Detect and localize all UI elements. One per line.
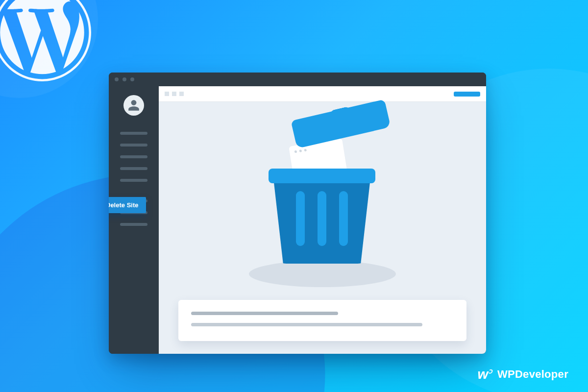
window-control-dot[interactable]: [122, 77, 126, 81]
content-toolbar: [159, 86, 486, 102]
delete-site-button[interactable]: Delete Site: [109, 197, 146, 213]
wpdeveloper-mark-icon: wɔ: [477, 368, 492, 381]
content-canvas: [159, 102, 486, 354]
sidebar: Delete Site: [109, 86, 159, 354]
content-pane: [159, 86, 486, 354]
window-titlebar: [109, 73, 486, 86]
info-card: [178, 300, 466, 341]
toolbar-square-icon[interactable]: [179, 92, 184, 96]
text-placeholder-line: [191, 312, 338, 315]
sidebar-item[interactable]: [120, 132, 147, 135]
sidebar-item[interactable]: [120, 167, 147, 170]
trash-can-icon: [273, 173, 370, 264]
wpdeveloper-badge: wɔ WPDeveloper: [477, 368, 568, 381]
trash-illustration: [259, 121, 386, 263]
sidebar-item[interactable]: [120, 223, 147, 226]
window-control-dot[interactable]: [115, 77, 119, 81]
toolbar-square-icon[interactable]: [172, 92, 176, 96]
wordpress-logo-icon: [0, 0, 91, 81]
window-body: Delete Site: [109, 86, 486, 354]
toolbar-left: [165, 92, 184, 96]
sidebar-item[interactable]: [120, 144, 147, 147]
window-control-dot[interactable]: [130, 77, 134, 81]
avatar[interactable]: [123, 95, 144, 116]
toolbar-action-button[interactable]: [454, 92, 480, 97]
trash-lid-icon: [294, 121, 390, 149]
text-placeholder-line: [191, 323, 422, 326]
background: Delete Site: [0, 0, 588, 392]
toolbar-square-icon[interactable]: [165, 92, 169, 96]
illustration-shadow: [249, 261, 396, 287]
sidebar-item[interactable]: [120, 155, 147, 158]
admin-window: Delete Site: [109, 73, 486, 354]
sidebar-item[interactable]: [120, 179, 147, 182]
user-icon: [127, 99, 140, 112]
wpdeveloper-label: WPDeveloper: [497, 368, 568, 381]
